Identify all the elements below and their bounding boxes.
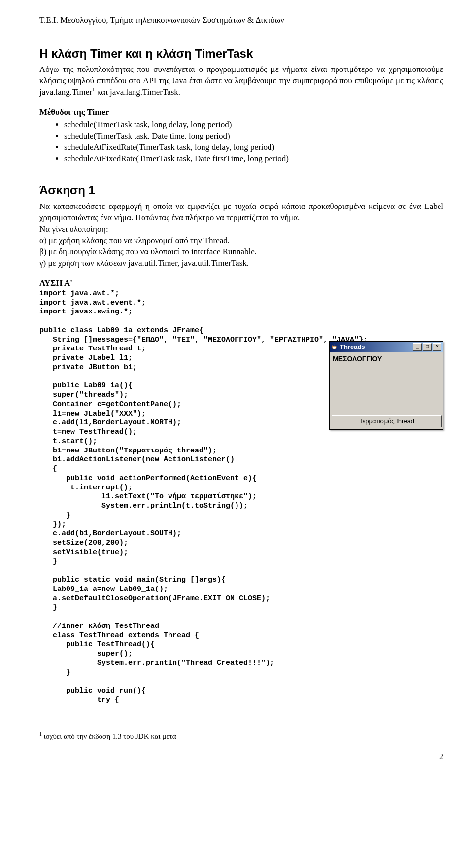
- window-titlebar[interactable]: Threads _ □ ×: [330, 342, 443, 352]
- methods-heading: Μέθοδοι της Timer: [39, 107, 443, 118]
- page-header: Τ.Ε.Ι. Μεσολογγίου, Τμήμα τηλεπικοινωνια…: [39, 15, 443, 26]
- method-item: scheduleAtFixedRate(TimerTask task, long…: [64, 142, 443, 153]
- exercise-option-a: α) με χρήση κλάσης που να κληρονομεί από…: [39, 235, 443, 246]
- java-cup-icon: [331, 344, 338, 350]
- terminate-thread-button[interactable]: Τερματισμός thread: [332, 415, 442, 428]
- section-heading-timer: Η κλάση Timer και η κλάση TimerTask: [39, 46, 443, 62]
- footnote-marker: 1: [39, 731, 42, 737]
- exercise-heading: Άσκηση 1: [39, 182, 443, 198]
- window-body-label: ΜΕΣΟΛΟΓΓΙΟΥ: [330, 352, 443, 413]
- method-item: schedule(TimerTask task, long delay, lon…: [64, 119, 443, 131]
- embedded-window-threads: Threads _ □ × ΜΕΣΟΛΟΓΓΙΟΥ Τερματισμός th…: [329, 341, 443, 430]
- window-title: Threads: [340, 343, 365, 351]
- intro-paragraph: Λόγω της πολυπλοκότητας που συνεπάγεται …: [39, 64, 443, 98]
- footnote-body: ισχύει από την έκδοση 1.3 του JDK και με…: [44, 732, 176, 740]
- window-close-button[interactable]: ×: [433, 343, 441, 351]
- exercise-option-b: β) με δημιουργία κλάσης που να υλοποιεί …: [39, 246, 443, 258]
- solution-label: ΛΥΣΗ Α': [39, 278, 443, 289]
- footnote-text: 1 ισχύει από την έκδοση 1.3 του JDK και …: [39, 731, 443, 741]
- methods-list: schedule(TimerTask task, long delay, lon…: [39, 119, 443, 165]
- method-item: schedule(TimerTask task, Date time, long…: [64, 131, 443, 142]
- exercise-option-c: γ) με χρήση των κλάσεων java.util.Timer,…: [39, 258, 443, 269]
- window-minimize-button[interactable]: _: [413, 343, 422, 351]
- method-item: scheduleAtFixedRate(TimerTask task, Date…: [64, 153, 443, 165]
- window-maximize-button[interactable]: □: [423, 343, 432, 351]
- footnote-divider: [39, 730, 138, 730]
- exercise-description: Να κατασκευάσετε εφαρμογή η οποία να εμφ…: [39, 201, 443, 224]
- page-number: 2: [39, 751, 443, 762]
- exercise-impl-line: Να γίνει υλοποίηση:: [39, 224, 443, 235]
